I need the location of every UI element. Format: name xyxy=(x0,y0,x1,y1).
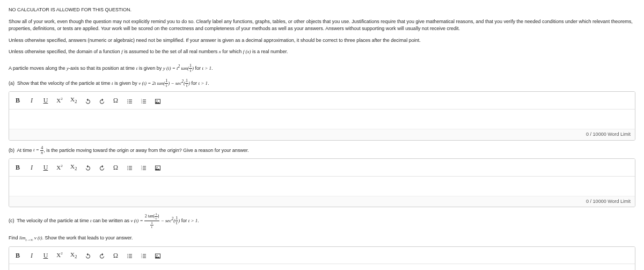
italic-button[interactable]: I xyxy=(28,163,35,172)
svg-point-30 xyxy=(127,257,128,258)
list-ul-icon xyxy=(127,253,133,259)
omega-button[interactable]: Ω xyxy=(113,96,119,105)
list-ul-icon xyxy=(127,98,133,105)
editor-b: B I U X2 X2 Ω 123 0 / 10000 Word Limit xyxy=(9,158,635,207)
toolbar-a: B I U X2 X2 Ω 123 xyxy=(9,92,635,110)
bold-button[interactable]: B xyxy=(14,163,21,172)
textarea-b[interactable] xyxy=(9,177,635,196)
word-limit-a: 0 / 10000 Word Limit xyxy=(9,129,635,140)
svg-point-27 xyxy=(156,167,157,168)
italic-button[interactable]: I xyxy=(28,251,35,260)
undo-icon xyxy=(85,165,91,171)
bullet-list-button[interactable] xyxy=(127,96,133,105)
svg-point-13 xyxy=(156,100,157,101)
undo-icon xyxy=(85,253,91,259)
svg-rect-4 xyxy=(129,101,132,101)
part-c-prompt-2: Find limt→∞ v (t). Show the work that le… xyxy=(9,235,635,243)
number-list-button[interactable]: 123 xyxy=(141,163,147,172)
textarea-c[interactable] xyxy=(9,264,635,270)
svg-point-0 xyxy=(127,99,128,100)
number-list-button[interactable]: 123 xyxy=(141,251,147,260)
no-calc-header: NO CALCULATOR IS ALLOWED FOR THIS QUESTI… xyxy=(9,6,635,14)
redo-button[interactable] xyxy=(99,163,105,172)
undo-button[interactable] xyxy=(85,251,91,260)
editor-c: B I U X2 X2 Ω 123 0 / 10000 Word Limit xyxy=(9,246,635,270)
svg-rect-32 xyxy=(129,256,132,256)
svg-rect-3 xyxy=(129,99,132,100)
part-a-prompt: (a) Show that the velocity of the partic… xyxy=(9,78,635,88)
svg-text:3: 3 xyxy=(141,102,142,104)
svg-rect-19 xyxy=(129,170,132,170)
superscript-button[interactable]: X2 xyxy=(56,163,63,172)
part-c-prompt: (c) The velocity of the particle at time… xyxy=(9,213,635,229)
instructions-3: Unless otherwise specified, the domain o… xyxy=(9,48,635,56)
subscript-button[interactable]: X2 xyxy=(70,95,77,106)
image-icon xyxy=(155,253,161,259)
image-button[interactable] xyxy=(155,251,161,260)
svg-point-1 xyxy=(127,101,128,102)
undo-button[interactable] xyxy=(85,163,91,172)
svg-point-14 xyxy=(127,166,128,167)
underline-button[interactable]: U xyxy=(42,251,49,260)
undo-icon xyxy=(85,98,91,105)
redo-icon xyxy=(99,165,105,171)
svg-rect-17 xyxy=(129,166,132,167)
bullet-list-button[interactable] xyxy=(127,251,133,260)
omega-button[interactable]: Ω xyxy=(113,163,119,172)
subscript-button[interactable]: X2 xyxy=(70,250,77,261)
image-button[interactable] xyxy=(155,163,161,172)
svg-rect-5 xyxy=(129,103,132,103)
underline-button[interactable]: U xyxy=(42,96,49,105)
svg-rect-8 xyxy=(143,103,146,103)
word-limit-b: 0 / 10000 Word Limit xyxy=(9,196,635,207)
image-icon xyxy=(155,165,161,171)
svg-text:3: 3 xyxy=(141,169,142,171)
question-stem: A particle moves along the y-axis so tha… xyxy=(9,63,635,73)
subscript-button[interactable]: X2 xyxy=(70,162,77,173)
svg-rect-22 xyxy=(143,170,146,170)
number-list-button[interactable]: 123 xyxy=(141,96,147,105)
svg-point-41 xyxy=(156,255,157,256)
svg-point-28 xyxy=(127,254,128,255)
svg-rect-34 xyxy=(143,254,146,254)
image-icon xyxy=(155,98,161,105)
redo-icon xyxy=(99,98,105,105)
instructions-2: Unless otherwise specified, answers (num… xyxy=(9,37,635,45)
editor-a: B I U X2 X2 Ω 123 0 / 10000 Word Limit xyxy=(9,91,635,140)
redo-button[interactable] xyxy=(99,251,105,260)
superscript-button[interactable]: X2 xyxy=(56,96,63,105)
redo-icon xyxy=(99,253,105,259)
svg-point-2 xyxy=(127,103,128,104)
svg-point-16 xyxy=(127,169,128,170)
image-button[interactable] xyxy=(155,96,161,105)
textarea-a[interactable] xyxy=(9,110,635,129)
svg-rect-31 xyxy=(129,254,132,254)
svg-rect-33 xyxy=(129,257,132,258)
undo-button[interactable] xyxy=(85,96,91,105)
svg-text:3: 3 xyxy=(141,257,142,259)
toolbar-b: B I U X2 X2 Ω 123 xyxy=(9,159,635,177)
list-ol-icon: 123 xyxy=(141,165,147,171)
svg-rect-21 xyxy=(143,168,146,169)
svg-rect-18 xyxy=(129,168,132,169)
list-ol-icon: 123 xyxy=(141,98,147,105)
bullet-list-button[interactable] xyxy=(127,163,133,172)
part-b-prompt: (b) At time t = 4π, is the particle movi… xyxy=(9,146,635,155)
toolbar-c: B I U X2 X2 Ω 123 xyxy=(9,247,635,265)
redo-button[interactable] xyxy=(99,96,105,105)
instructions-1: Show all of your work, even though the q… xyxy=(9,18,635,33)
svg-rect-6 xyxy=(143,99,146,100)
italic-button[interactable]: I xyxy=(28,96,35,105)
svg-rect-35 xyxy=(143,256,146,256)
svg-rect-36 xyxy=(143,257,146,258)
svg-rect-20 xyxy=(143,166,146,167)
underline-button[interactable]: U xyxy=(42,163,49,172)
omega-button[interactable]: Ω xyxy=(113,251,119,260)
bold-button[interactable]: B xyxy=(14,96,21,105)
list-ol-icon: 123 xyxy=(141,253,147,259)
svg-rect-7 xyxy=(143,101,146,101)
bold-button[interactable]: B xyxy=(14,251,21,260)
superscript-button[interactable]: X2 xyxy=(56,251,63,260)
svg-point-29 xyxy=(127,256,128,257)
svg-point-15 xyxy=(127,167,128,169)
